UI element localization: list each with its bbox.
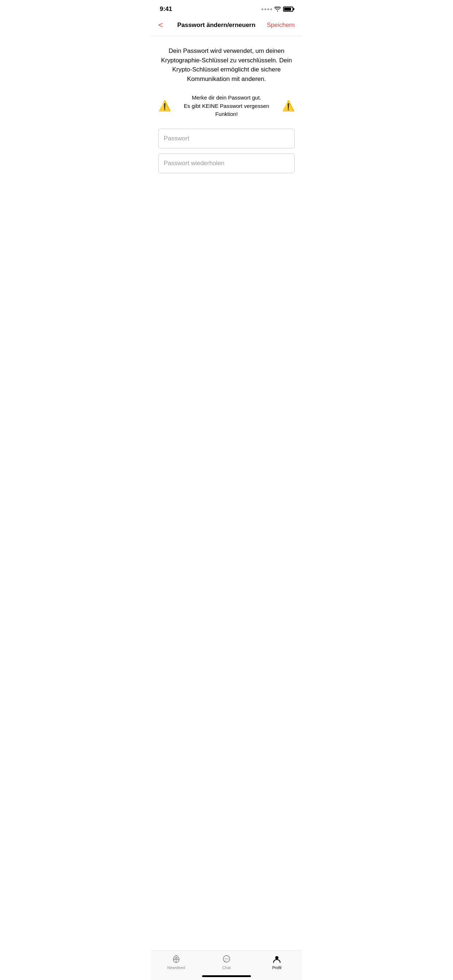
- status-time: 9:41: [160, 5, 172, 13]
- warning-line1: Merke dir dein Passwort gut.: [192, 94, 261, 100]
- password-repeat-input[interactable]: [158, 153, 295, 173]
- back-button[interactable]: <: [158, 19, 166, 31]
- warning-section: ⚠️ Merke dir dein Passwort gut. Es gibt …: [158, 94, 295, 118]
- password-input[interactable]: [158, 129, 295, 148]
- signal-dots-icon: [262, 8, 272, 10]
- warning-line2: Es gibt KEINE Passwort vergessen Funktio…: [184, 103, 269, 118]
- page-title: Passwort ändern/erneuern: [166, 22, 267, 29]
- warning-left-icon: ⚠️: [158, 100, 171, 112]
- wifi-icon: [274, 6, 281, 12]
- nav-bar: < Passwort ändern/erneuern Speichern: [151, 16, 302, 36]
- save-button[interactable]: Speichern: [266, 22, 295, 29]
- status-icons: [262, 6, 293, 12]
- description-text: Dein Passwort wird verwendet, um deinen …: [158, 46, 295, 83]
- warning-text: Merke dir dein Passwort gut. Es gibt KEI…: [175, 94, 278, 118]
- main-content: Dein Passwort wird verwendet, um deinen …: [151, 36, 302, 178]
- status-bar: 9:41: [151, 0, 302, 16]
- battery-icon: [283, 6, 293, 12]
- warning-right-icon: ⚠️: [282, 100, 295, 112]
